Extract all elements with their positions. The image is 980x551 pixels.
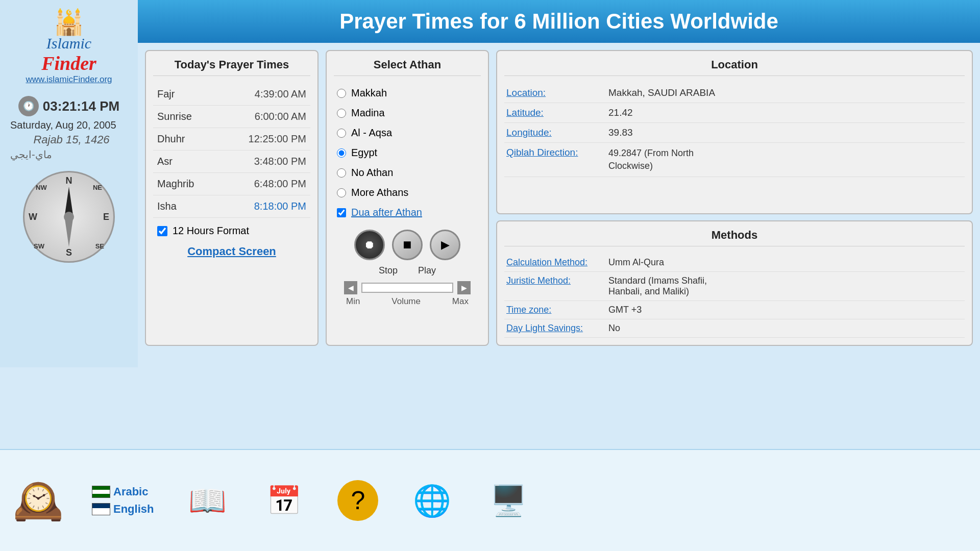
dua-after-athan-label[interactable]: Dua after Athan: [351, 207, 422, 218]
logo-finder: Finder: [26, 52, 112, 74]
location-value-qiblah: 49.2847 (From NorthClockwise): [608, 147, 694, 172]
athan-radio-alaqsa[interactable]: [337, 129, 346, 138]
bottom-arabic[interactable]: Arabic English: [92, 485, 154, 516]
arabic-flag-icon: [92, 486, 110, 498]
globe-icon[interactable]: 🌐: [409, 478, 455, 523]
athan-radio-egypt[interactable]: [337, 148, 346, 158]
prayer-name-dhuhr: Dhuhr: [157, 133, 185, 145]
volume-slider-container: ◀ ▶: [344, 281, 471, 294]
monitor-icon[interactable]: 🖥️: [485, 478, 531, 523]
audio-buttons-row: ⏺ ⏹ ▶: [354, 230, 460, 260]
calendar-icon[interactable]: 📅: [261, 478, 307, 523]
athan-radio-madina[interactable]: [337, 109, 346, 118]
athan-option-madina[interactable]: Madina: [334, 103, 481, 123]
bottom-quran-book[interactable]: 📖: [184, 478, 230, 523]
location-label-longitude: Longitude:: [506, 127, 608, 138]
compass-northeast: NE: [93, 184, 102, 191]
prayer-name-asr: Asr: [157, 156, 173, 167]
medallion-icon: 🕰️: [15, 478, 61, 523]
compass-north: N: [66, 176, 72, 186]
athan-option-alaqsa[interactable]: Al - Aqsa: [334, 123, 481, 143]
athan-option-makkah[interactable]: Makkah: [334, 83, 481, 103]
bottom-globe[interactable]: 🌐: [409, 478, 455, 523]
location-row-city: Location: Makkah, SAUDI ARABIA: [504, 83, 965, 103]
header-title: Prayer Times for 6 Million Cities Worldw…: [339, 9, 778, 33]
bottom-calendar[interactable]: 📅: [261, 478, 307, 523]
athan-option-moreathans[interactable]: More Athans: [334, 183, 481, 203]
location-panel: Location Location: Makkah, SAUDI ARABIA …: [496, 50, 973, 214]
athan-option-noathan[interactable]: No Athan: [334, 163, 481, 183]
12-hour-format-checkbox[interactable]: [157, 226, 167, 236]
clock-time: 03:21:14 PM: [43, 98, 119, 114]
volume-max-button[interactable]: ▶: [457, 281, 471, 294]
compass-southwest: SW: [34, 242, 44, 250]
athan-radio-noathan[interactable]: [337, 168, 346, 178]
location-row-latitude: Latitude: 21.42: [504, 103, 965, 123]
audio-labels: Stop Play: [379, 265, 436, 276]
athan-option-egypt[interactable]: Egypt: [334, 143, 481, 163]
prayer-row-maghrib: Maghrib 6:48:00 PM: [153, 173, 310, 195]
format-label: 12 Hours Format: [173, 225, 249, 237]
athan-label-egypt: Egypt: [351, 147, 377, 159]
methods-label-timezone: Time zone:: [506, 305, 608, 315]
book-icon[interactable]: 📖: [184, 478, 230, 523]
athan-radio-moreathans[interactable]: [337, 188, 346, 197]
volume-track[interactable]: [361, 283, 453, 293]
prayer-name-isha: Isha: [157, 201, 177, 212]
sidebar: 🕌 Islamic Finder www.islamicFinder.org 🕐…: [0, 0, 138, 367]
volume-min-button[interactable]: ◀: [344, 281, 357, 294]
arabic-label[interactable]: Arabic: [113, 485, 148, 498]
logo-container: 🕌 Islamic Finder www.islamicFinder.org: [26, 5, 112, 90]
arabic-language-row[interactable]: Arabic: [92, 485, 148, 498]
methods-value-timezone: GMT +3: [608, 305, 642, 315]
location-label-city: Location:: [506, 87, 608, 98]
stop-label: Stop: [379, 265, 398, 276]
dua-after-athan-checkbox[interactable]: [337, 208, 346, 217]
prayer-times-panel: Today's Prayer Times Fajr 4:39:00 AM Sun…: [145, 50, 318, 346]
volume-label: Volume: [391, 296, 421, 307]
prayer-row-isha: Isha 8:18:00 PM: [153, 195, 310, 218]
record-button[interactable]: ⏺: [354, 230, 385, 260]
prayer-time-maghrib: 6:48:00 PM: [254, 178, 306, 190]
athan-radio-makkah[interactable]: [337, 89, 346, 98]
prayer-time-dhuhr: 12:25:00 PM: [249, 133, 306, 145]
athan-label-madina: Madina: [351, 107, 385, 119]
methods-value-juristic: Standard (Imams Shafii,Hanbali, and Mali…: [608, 276, 707, 297]
play-button[interactable]: ▶: [430, 230, 460, 260]
dua-after-athan-row[interactable]: Dua after Athan: [334, 203, 481, 222]
compass-needle-north: [65, 187, 73, 215]
athan-panel: Select Athan Makkah Madina Al - Aqsa Egy…: [326, 50, 489, 346]
volume-labels: Min Volume Max: [346, 296, 469, 307]
methods-row-timezone: Time zone: GMT +3: [504, 301, 965, 319]
prayer-time-sunrise: 6:00:00 AM: [255, 111, 306, 122]
stop-button[interactable]: ⏹: [392, 230, 423, 260]
compass-center-dot: [64, 212, 74, 222]
methods-panel: Methods Calculation Method: Umm Al-Qura …: [496, 220, 973, 346]
volume-min-label: Min: [346, 296, 360, 307]
logo-url[interactable]: www.islamicFinder.org: [26, 74, 112, 85]
compass-southeast: SE: [95, 242, 104, 250]
compass-east: E: [103, 212, 109, 222]
clock-display: 🕐 03:21:14 PM: [18, 96, 119, 116]
compass: N S E W NW NE SW SE: [23, 171, 115, 263]
methods-row-calculation: Calculation Method: Umm Al-Qura: [504, 254, 965, 272]
english-language-row[interactable]: English: [92, 503, 154, 516]
methods-panel-title: Methods: [504, 229, 965, 246]
english-label[interactable]: English: [113, 503, 154, 516]
prayer-row-fajr: Fajr 4:39:00 AM: [153, 83, 310, 106]
compact-screen-link[interactable]: Compact Screen: [153, 245, 310, 258]
help-icon[interactable]: ?: [337, 480, 378, 521]
prayer-name-fajr: Fajr: [157, 88, 175, 100]
prayer-panel-title: Today's Prayer Times: [153, 58, 310, 76]
athan-panel-title: Select Athan: [334, 58, 481, 76]
athan-label-alaqsa: Al - Aqsa: [351, 127, 392, 139]
location-row-longitude: Longitude: 39.83: [504, 123, 965, 143]
content-area: Today's Prayer Times Fajr 4:39:00 AM Sun…: [138, 43, 980, 353]
bottom-monitor[interactable]: 🖥️: [485, 478, 531, 523]
location-row-qiblah: Qiblah Direction: 49.2847 (From NorthClo…: [504, 143, 965, 177]
methods-label-daylight: Day Light Savings:: [506, 323, 608, 334]
prayer-time-isha: 8:18:00 PM: [254, 201, 306, 212]
audio-controls: ⏺ ⏹ ▶ Stop Play ◀ ▶ Min Volume Max: [334, 230, 481, 307]
bottom-help[interactable]: ?: [337, 480, 378, 521]
english-flag-icon: [92, 503, 110, 515]
